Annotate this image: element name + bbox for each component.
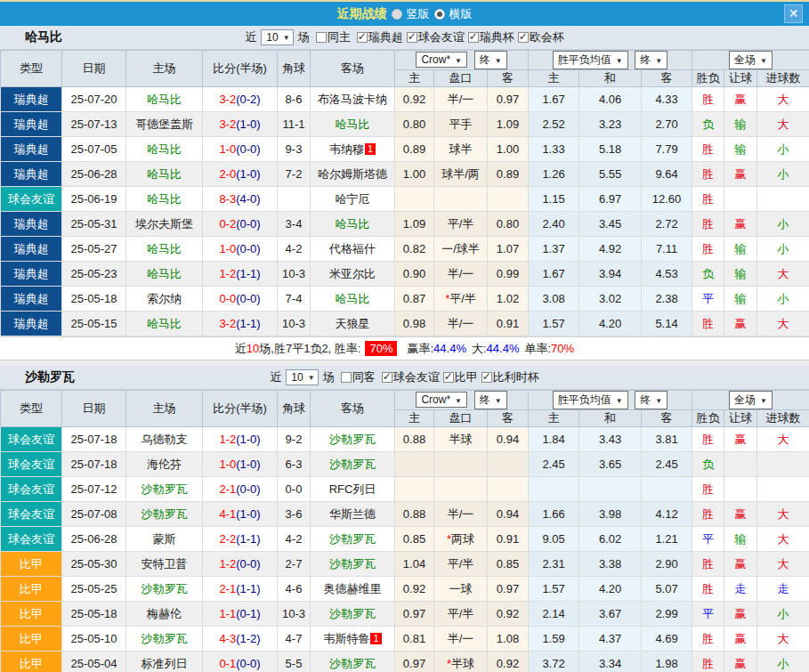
league-filter-checkbox[interactable]: 欧会杯 (514, 29, 564, 45)
result-outcome-cell: 胜 (692, 502, 724, 527)
checkbox-unchecked-icon[interactable] (341, 372, 352, 383)
result-outcome-cell: 胜 (692, 427, 724, 452)
away-team-name: 米亚尔比 (329, 267, 376, 280)
mean-select[interactable]: 胜平负均值▼ (553, 51, 628, 69)
result-outcome-cell: 平 (692, 287, 724, 312)
odds-away-cell: 1.09 (488, 112, 529, 137)
date-cell: 25-07-18 (62, 427, 126, 452)
mean-final-select[interactable]: 终▼ (635, 51, 667, 69)
radio-horizontal-layout[interactable] (434, 9, 445, 20)
league-type-cell: 瑞典超 (1, 287, 62, 312)
mean-away-cell (642, 477, 692, 502)
handicap-cell: 球半/两 (434, 162, 488, 187)
mean-home-cell: 1.57 (529, 312, 579, 336)
close-icon[interactable]: ✕ (784, 4, 803, 23)
matches-table-away: 类型 日期 主场 比分(半场) 角球 客场 Crow*▼ 终▼ 胜平负均值▼ 终… (0, 390, 809, 672)
match-count-select[interactable]: 10 ▼ (286, 369, 318, 385)
league-filter-checkbox[interactable]: 球会友谊 (403, 29, 465, 45)
odds-final-select[interactable]: 终▼ (474, 51, 507, 69)
fulltime-select[interactable]: 全场▼ (729, 391, 773, 409)
result-outcome-cell: 负 (692, 452, 724, 477)
odds-company-select[interactable]: Crow*▼ (416, 52, 467, 68)
same-venue-checkbox[interactable]: 同主 (312, 29, 351, 45)
league-filter-checkbox[interactable]: 比利时杯 (478, 369, 539, 385)
mean-away-cell: 4.69 (642, 627, 692, 652)
corner-cell: 9-2 (278, 427, 311, 452)
half-time-score: (0-0) (236, 482, 260, 496)
odds-home-cell: 1.04 (395, 552, 434, 577)
over-rate-label: 大: (472, 341, 487, 357)
home-team-name: 蒙斯 (153, 532, 176, 546)
mean-away-cell: 2.72 (642, 212, 692, 237)
league-filter-checkbox[interactable]: 球会友谊 (378, 369, 440, 385)
mean-away-cell: 2.70 (642, 112, 692, 137)
odds-final-select[interactable]: 终▼ (474, 391, 507, 409)
home-team-cell: 哈马比 (126, 187, 203, 212)
mean-away-cell: 4.33 (642, 87, 692, 112)
result-goals-cell: 大 (757, 312, 809, 336)
chevron-down-icon: ▼ (760, 57, 767, 65)
result-outcome-cell: 负 (692, 262, 724, 287)
subcol-odds-home: 主 (395, 410, 434, 427)
full-time-score: 2-0 (219, 167, 236, 181)
handicap-cell: 平/半 (434, 212, 488, 237)
score-cell: 1-0(1-0) (203, 452, 278, 477)
checkbox-checked-icon[interactable] (443, 372, 454, 383)
mean-final-select[interactable]: 终▼ (635, 391, 667, 409)
away-team-cell: 华斯兰德 (311, 502, 395, 527)
same-venue-checkbox[interactable]: 同客 (337, 369, 376, 385)
league-filter-checkbox[interactable]: 比甲 (440, 369, 478, 385)
radio-vertical-layout[interactable] (392, 9, 402, 20)
away-team-name: 沙勒罗瓦 (329, 607, 376, 620)
away-team-cell: 沙勒罗瓦 (311, 527, 395, 552)
match-count-select[interactable]: 10 ▼ (261, 29, 293, 45)
odds-company-select[interactable]: Crow*▼ (416, 392, 467, 408)
match-row: 比甲25-05-10沙勒罗瓦4-3(1-2)4-7韦斯特鲁10.81半/一1.0… (1, 627, 809, 652)
score-cell: 3-2(0-2) (203, 87, 278, 112)
league-type-cell: 瑞典超 (1, 112, 62, 137)
mean-draw-cell: 4.20 (579, 312, 642, 336)
checkbox-checked-icon[interactable] (407, 32, 417, 43)
mean-select[interactable]: 胜平负均值▼ (553, 391, 628, 409)
result-handicap-cell: 走 (724, 577, 757, 602)
vertical-layout-label[interactable]: 竖版 (407, 6, 430, 22)
match-row: 比甲25-05-04标准列日0-1(0-0)5-5沙勒罗瓦0.97*半球0.92… (1, 652, 809, 672)
full-time-score: 1-0 (219, 242, 236, 255)
checkbox-checked-icon[interactable] (481, 372, 492, 383)
handicap-cell: *半球 (434, 652, 488, 672)
checkbox-checked-icon[interactable] (468, 32, 479, 43)
score-cell: 0-1(0-0) (203, 652, 278, 672)
league-type-cell: 比甲 (1, 602, 62, 627)
mean-draw-cell: 5.55 (579, 162, 642, 187)
odds-away-cell (488, 187, 529, 212)
away-team-name: 沙勒罗瓦 (329, 532, 376, 546)
checkbox-checked-icon[interactable] (382, 372, 392, 383)
section-header-away-team: 沙勒罗瓦 近 10 ▼ 场 同客 球会友谊比甲比利时杯 (0, 366, 809, 390)
summary-count: 10 (247, 342, 259, 355)
home-team-cell: 沙勒罗瓦 (126, 627, 203, 652)
checkbox-checked-icon[interactable] (518, 32, 529, 43)
checkbox-checked-icon[interactable] (357, 32, 368, 43)
fulltime-select[interactable]: 全场▼ (729, 51, 773, 69)
league-type-cell: 瑞典超 (1, 137, 62, 162)
subcol-mean-draw: 和 (579, 410, 642, 427)
half-time-score: (0-0) (236, 292, 260, 305)
checkbox-unchecked-icon[interactable] (316, 32, 327, 43)
match-row: 比甲25-05-30安特卫普1-2(0-0)2-7沙勒罗瓦1.04平/半0.85… (1, 552, 809, 577)
league-type-cell: 瑞典超 (1, 262, 62, 287)
away-team-cell: 代格福什 (311, 237, 395, 262)
match-row: 比甲25-05-18梅赫伦1-1(0-1)10-3沙勒罗瓦0.97平/半0.92… (1, 602, 809, 627)
home-team-cell: 沙勒罗瓦 (126, 477, 203, 502)
league-filter-label: 比利时杯 (493, 369, 539, 385)
away-team-name: 沙勒罗瓦 (329, 433, 376, 446)
league-filter-checkbox[interactable]: 瑞典杯 (465, 29, 514, 45)
horizontal-layout-label[interactable]: 横版 (449, 6, 473, 22)
league-filter-checkbox[interactable]: 瑞典超 (353, 29, 403, 45)
over-rate-value: 44.4% (487, 342, 520, 355)
away-team-cell: 哈马比 (311, 112, 395, 137)
handicap-cell: 半/一 (434, 312, 488, 336)
subcol-mean-away: 客 (642, 410, 692, 427)
chevron-down-icon: ▼ (308, 374, 315, 382)
subcol-mean-home: 主 (529, 70, 579, 87)
handicap-cell: 球半 (434, 137, 488, 162)
